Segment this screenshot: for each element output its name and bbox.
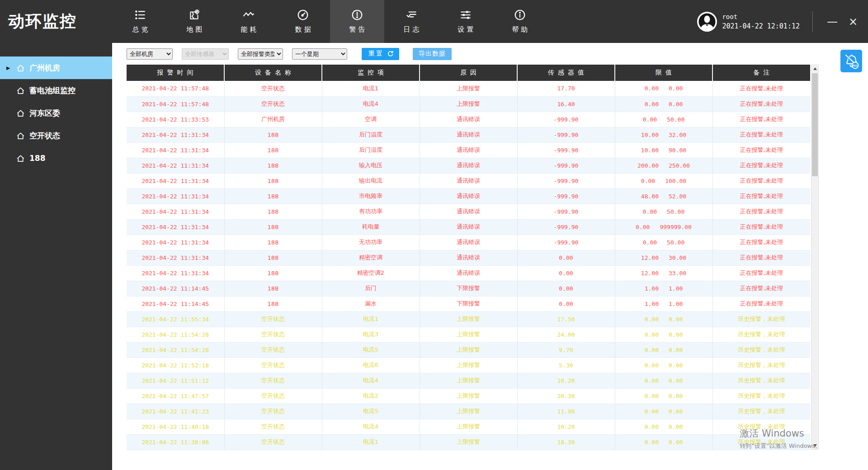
limit-low: 12.00 [641,270,659,277]
table-header-row: 报警时间 设备名称 监控项 原因 传感器值 限值 备注 [127,65,810,81]
table-row[interactable]: 2021-04-22 11:31:34188市电频率通讯错误-999.9048.… [127,188,810,204]
nav-label: 帮助 [510,25,530,34]
table-row[interactable]: 2021-04-22 11:31:34188无功功率通讯错误-999.900.0… [127,235,810,250]
table-row[interactable]: 2021-04-22 11:31:34188精密空调通讯错误0.0012.003… [127,250,810,265]
time-range-filter-select[interactable]: 一个星期 [292,48,347,60]
cell-note: 历史报警，未处理 [712,419,810,434]
table-row[interactable]: 2021-04-22 11:31:34188精密空调2通讯错误0.0012.00… [127,265,810,281]
table-row[interactable]: 2021-04-22 11:31:34188耗电量通讯错误-999.900.00… [127,219,810,235]
sidebar-item-188[interactable]: 188 [0,147,112,169]
table-row[interactable]: 2021-04-22 11:57:48空开状态电流4上限报警16.400.000… [127,96,810,112]
cell-sensor-value: 16.40 [517,96,615,112]
cell-monitor-item: 精密空调 [322,250,420,265]
svg-text:ALL: ALL [852,64,858,67]
table-row[interactable]: 2021-04-22 11:31:34188输出电流通讯错误-999.900.0… [127,173,810,188]
table-row[interactable]: 2021-04-22 11:14:45188漏水下限报警0.001.001.00… [127,296,810,311]
cell-alarm-time: 2021-04-22 11:14:45 [127,281,224,296]
table-row[interactable]: 2021-04-22 11:14:45188后门下限报警0.001.001.00… [127,281,810,296]
nav-label: 地图 [184,25,205,34]
home-icon [16,109,25,118]
limit-low: 0.00 [645,85,659,92]
cell-limit: 12.0030.00 [615,250,712,265]
sidebar-item-battery-monitor[interactable]: 蓄电池组监控 [0,79,112,102]
table-row[interactable]: 2021-04-22 11:38:06空开状态电流1上限报警18.300.000… [127,434,810,450]
limit-high: 1.00 [669,301,683,307]
main-nav: 总览 地图 能耗 数据 警告 [113,0,547,43]
table-row[interactable]: 2021-04-22 11:33:53广州机房空调通讯错误-999.900.00… [127,112,810,127]
alarm-type-filter-select[interactable]: 全部报警类型 [238,48,283,60]
cell-alarm-time: 2021-04-22 11:31:34 [127,127,224,142]
cell-limit: 0.000.00 [615,357,712,373]
cell-limit: 0.000.00 [615,96,712,112]
filter-bar: 全部机房 全部传感器 全部报警类型 一个星期 重置 导出数据 [112,43,868,65]
cell-limit: 0.000.00 [615,327,712,342]
cell-device-name: 空开状态 [224,357,322,373]
sidebar-item-guangzhou-room[interactable]: ▶ 广州机房 [0,56,112,79]
cell-monitor-item: 电流1 [322,311,420,327]
scrollbar-thumb[interactable] [812,73,818,176]
sidebar-item-hedong[interactable]: 河东区委 [0,102,112,124]
close-button[interactable]: × [843,0,863,43]
cell-device-name: 广州机房 [224,112,322,127]
cell-note: 正在报警,未处理 [712,127,810,142]
table-row[interactable]: 2021-04-22 11:40:18空开状态电流4上限报警10.200.000… [127,419,810,434]
reset-button[interactable]: 重置 [362,48,399,60]
cell-alarm-time: 2021-04-22 11:38:06 [127,434,224,450]
nav-item-alarm[interactable]: 警告 [330,0,384,43]
limit-high: 1.00 [669,285,683,292]
cell-limit: 48.0052.00 [615,188,712,204]
cell-device-name: 空开状态 [224,388,322,404]
export-data-button[interactable]: 导出数据 [413,48,452,60]
limit-low: 0.00 [645,316,659,323]
limit-low: 12.00 [641,254,659,261]
nav-label: 日志 [401,25,422,34]
cell-monitor-item: 电流4 [322,373,420,388]
sidebar-item-label: 蓄电池组监控 [29,85,75,96]
scrollbar-up-arrow-icon[interactable] [811,65,818,72]
map-icon [189,9,200,21]
mute-all-alarms-button[interactable]: ALL [840,50,862,72]
table-row[interactable]: 2021-04-22 11:54:28空开状态电流3上限报警24.000.000… [127,327,810,342]
limit-low: 0.00 [643,116,657,123]
cell-device-name: 空开状态 [224,404,322,419]
nav-item-map[interactable]: 地图 [167,0,222,43]
minimize-button[interactable]: — [822,0,843,43]
sidebar-item-label: 空开状态 [29,131,60,141]
cell-note: 历史报警，未处理 [712,404,810,419]
log-icon [406,9,417,21]
nav-item-energy[interactable]: 能耗 [222,0,276,43]
room-filter-select[interactable]: 全部机房 [127,48,173,60]
col-monitor-item: 监控项 [322,65,420,81]
table-row[interactable]: 2021-04-22 11:54:28空开状态电流5上限报警9.700.000.… [127,342,810,357]
cell-monitor-item: 电流1 [322,434,420,450]
cell-limit: 10.0032.00 [615,127,712,142]
reset-button-label: 重置 [367,50,384,58]
cell-sensor-value: -999.90 [517,142,615,158]
cell-device-name: 空开状态 [224,342,322,357]
cell-device-name: 188 [224,296,322,311]
table-row[interactable]: 2021-04-22 11:41:23空开状态电流5上限报警11.900.000… [127,404,810,419]
table-row[interactable]: 2021-04-22 11:52:18空开状态电流6上限报警5.300.000.… [127,357,810,373]
table-row[interactable]: 2021-04-22 11:51:12空开状态电流4上限报警10.200.000… [127,373,810,388]
table-row[interactable]: 2021-04-22 11:55:34空开状态电流1上限报警17.500.000… [127,311,810,327]
table-row[interactable]: 2021-04-22 11:31:34188有功功率通讯错误-999.900.0… [127,204,810,219]
table-row[interactable]: 2021-04-22 11:31:34188输入电压通讯错误-999.90200… [127,158,810,173]
limit-low: 0.00 [645,393,659,400]
nav-item-settings[interactable]: 设置 [439,0,493,43]
nav-item-help[interactable]: 帮助 [493,0,547,43]
nav-item-log[interactable]: 日志 [384,0,439,43]
scrollbar-down-arrow-icon[interactable] [811,442,818,449]
table-row[interactable]: 2021-04-22 11:47:57空开状态电流2上限报警20.300.000… [127,388,810,404]
table-row[interactable]: 2021-04-22 11:31:34188后门湿度通讯错误-999.9010.… [127,142,810,158]
table-row[interactable]: 2021-04-22 11:57:48空开状态电流1上限报警17.700.000… [127,81,810,96]
limit-high: 0.00 [669,408,683,415]
sidebar-item-breaker-status[interactable]: 空开状态 [0,124,112,147]
nav-item-data[interactable]: 数据 [276,0,330,43]
cell-sensor-value: 9.70 [517,342,615,357]
cell-monitor-item: 后门湿度 [322,142,420,158]
sensor-filter-select[interactable]: 全部传感器 [182,48,229,60]
vertical-scrollbar[interactable] [811,65,819,450]
nav-item-overview[interactable]: 总览 [113,0,167,43]
avatar-icon[interactable] [697,11,717,32]
table-row[interactable]: 2021-04-22 11:31:34188后门温度通讯错误-999.9010.… [127,127,810,142]
